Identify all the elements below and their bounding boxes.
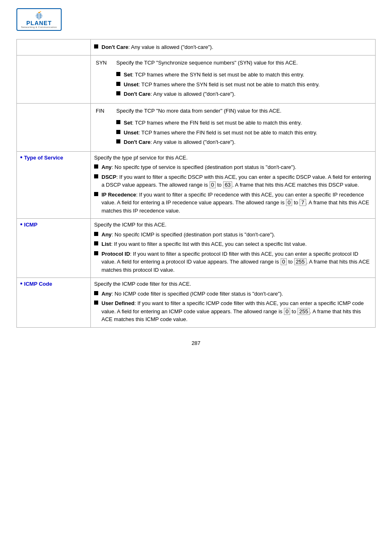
- bullet-text: Don't Care: Any value is allowed ("don't…: [101, 43, 372, 51]
- bullet-item: Any: No ICMP code filter is specified (I…: [94, 290, 372, 298]
- bullet-item: Don't Care: Any value is allowed ("don't…: [116, 90, 370, 98]
- fin-bullets-row: Set: TCP frames where the FIN field is s…: [94, 116, 372, 149]
- left-cell-icmp-code: •ICMP Code: [17, 278, 91, 328]
- range-max2: 7: [300, 199, 306, 206]
- bullet-text: IP Recedence: If you want to filter a sp…: [101, 191, 372, 215]
- fin-inner-table: FIN Specify the TCP "No more data from s…: [94, 106, 372, 149]
- bullet-item: IP Recedence: If you want to filter a sp…: [94, 191, 372, 215]
- range-min: 0: [210, 181, 216, 188]
- right-cell-icmp-code: Specify the ICMP code filter for this AC…: [91, 278, 376, 328]
- bold-protocol-id: Protocol ID: [101, 251, 130, 257]
- bold-any: Any: [101, 291, 112, 297]
- bullet-icon: [94, 232, 98, 236]
- range-min3: 0: [281, 258, 287, 265]
- bullet-icon: [116, 130, 120, 134]
- right-cell-syn: SYN Specify the TCP "Synchronize sequenc…: [91, 55, 376, 103]
- syn-intro-text: Specify the TCP "Synchronize sequence nu…: [115, 58, 372, 68]
- range-max4: 255: [297, 308, 310, 315]
- right-cell-fin: FIN Specify the TCP "No more data from s…: [91, 103, 376, 151]
- bullet-icon: [116, 120, 120, 124]
- bullet-item: Don't Care: Any value is allowed ("don't…: [94, 43, 372, 51]
- bold-dontcare: Don't Care: [124, 139, 150, 145]
- bullet-item: Don't Care: Any value is allowed ("don't…: [116, 138, 370, 146]
- bullet-item: User Defined: If you want to filter a sp…: [94, 299, 372, 324]
- bullet-text: Any: No specifc type of service is speci…: [101, 163, 372, 171]
- bullet-dot-icon: •: [20, 280, 23, 287]
- bullet-text: Protocol ID: If you want to filter a spe…: [101, 250, 372, 274]
- bold-any: Any: [101, 164, 112, 170]
- bold-dontcare: Don't Care: [124, 91, 150, 97]
- syn-intro-row: SYN Specify the TCP "Synchronize sequenc…: [94, 58, 372, 68]
- bullet-dot-icon: •: [20, 221, 23, 228]
- bullet-icon: [94, 174, 98, 178]
- bullet-text: Set: TCP frames where the FIN field is s…: [124, 119, 370, 127]
- fin-bullets-cell: Set: TCP frames where the FIN field is s…: [115, 116, 372, 149]
- left-cell-syn-empty: [17, 55, 91, 103]
- left-cell-fin-empty: [17, 103, 91, 151]
- bullet-item: List: If you want to filter a specific l…: [94, 240, 372, 248]
- icmp-label: ICMP: [24, 222, 38, 228]
- syn-bullets-row: Set: TCP frames where the SYN field is s…: [94, 68, 372, 101]
- syn-inner-table: SYN Specify the TCP "Synchronize sequenc…: [94, 58, 372, 101]
- bold-list: List: [101, 241, 111, 247]
- table-row-icmp-code: •ICMP Code Specify the ICMP code filter …: [17, 278, 376, 328]
- bullet-icon: [116, 91, 120, 95]
- fin-intro-row: FIN Specify the TCP "No more data from s…: [94, 106, 372, 116]
- left-cell-empty: [17, 39, 91, 56]
- fin-label: FIN: [94, 106, 115, 116]
- fin-intro-text: Specify the TCP "No more data from sende…: [115, 106, 372, 116]
- logo-box: PLANET Networking & Communication: [16, 8, 62, 31]
- bullet-text: Any: No specifc ICMP is specified (desti…: [101, 231, 372, 239]
- bullet-text: Any: No ICMP code filter is specified (I…: [101, 290, 372, 298]
- bullet-icon: [94, 291, 98, 295]
- bullet-icon: [116, 82, 120, 86]
- page-number: 287: [16, 340, 376, 346]
- right-cell-dont-care-top: Don't Care: Any value is allowed ("don't…: [91, 39, 376, 56]
- bold-ip-recedence: IP Recedence: [101, 192, 136, 198]
- bullet-item: DSCP: If you want to filter a specific D…: [94, 173, 372, 189]
- bold-unset: Unset: [124, 130, 138, 136]
- table-row-icmp: •ICMP Specify the ICMP for this ACE. Any…: [17, 219, 376, 278]
- bullet-icon: [94, 251, 98, 255]
- logo-globe-icon: [32, 11, 46, 20]
- bold-unset: Unset: [124, 81, 138, 88]
- left-cell-icmp: •ICMP: [17, 219, 91, 278]
- bullet-text: Don't Care: Any value is allowed ("don't…: [124, 138, 370, 146]
- bullet-text: Don't Care: Any value is allowed ("don't…: [124, 90, 370, 98]
- content-table: Don't Care: Any value is allowed ("don't…: [16, 39, 376, 328]
- logo-area: PLANET Networking & Communication: [16, 8, 376, 31]
- icmp-code-label: ICMP Code: [24, 281, 52, 287]
- bullet-item: Any: No specifc type of service is speci…: [94, 163, 372, 171]
- table-row-syn: SYN Specify the TCP "Synchronize sequenc…: [17, 55, 376, 103]
- table-row-type-of-service: •Type of Service Specify the type pf ser…: [17, 151, 376, 219]
- bold-user-defined: User Defined: [101, 300, 134, 306]
- bullet-item: Any: No specifc ICMP is specified (desti…: [94, 231, 372, 239]
- bullet-text: Unset: TCP frames where the FIN field is…: [124, 129, 370, 137]
- bullet-icon: [116, 72, 120, 76]
- bullet-text: Set: TCP frames where the SYN field is s…: [124, 71, 370, 79]
- logo-tagline: Networking & Communication: [21, 26, 57, 28]
- bullet-text: Unset: TCP frames where the SYN field is…: [124, 81, 370, 89]
- bullet-text: List: If you want to filter a specific l…: [101, 240, 372, 248]
- right-cell-icmp: Specify the ICMP for this ACE. Any: No s…: [91, 219, 376, 278]
- bullet-item: Unset: TCP frames where the FIN field is…: [116, 129, 370, 137]
- bullet-text: User Defined: If you want to filter a sp…: [101, 299, 372, 324]
- range-min2: 0: [286, 199, 292, 206]
- bullet-icon: [94, 301, 98, 305]
- range-max3: 255: [294, 258, 307, 265]
- logo-planet-text: PLANET: [26, 20, 52, 26]
- bold-set: Set: [124, 120, 132, 126]
- bold-dscp: DSCP: [101, 174, 116, 180]
- table-row-fin: FIN Specify the TCP "No more data from s…: [17, 103, 376, 151]
- syn-label: SYN: [94, 58, 115, 68]
- table-row: Don't Care: Any value is allowed ("don't…: [17, 39, 376, 56]
- syn-bullets-spacer: [94, 68, 115, 101]
- bullet-item: Set: TCP frames where the SYN field is s…: [116, 71, 370, 79]
- bold-set: Set: [124, 72, 132, 78]
- bullet-item: Unset: TCP frames where the SYN field is…: [116, 81, 370, 89]
- bullet-dot-icon: •: [20, 154, 23, 161]
- bullet-text: DSCP: If you want to filter a specific D…: [101, 173, 372, 189]
- bullet-item: Set: TCP frames where the FIN field is s…: [116, 119, 370, 127]
- section-intro: Specify the ICMP code filter for this AC…: [94, 280, 372, 288]
- fin-bullets-spacer: [94, 116, 115, 149]
